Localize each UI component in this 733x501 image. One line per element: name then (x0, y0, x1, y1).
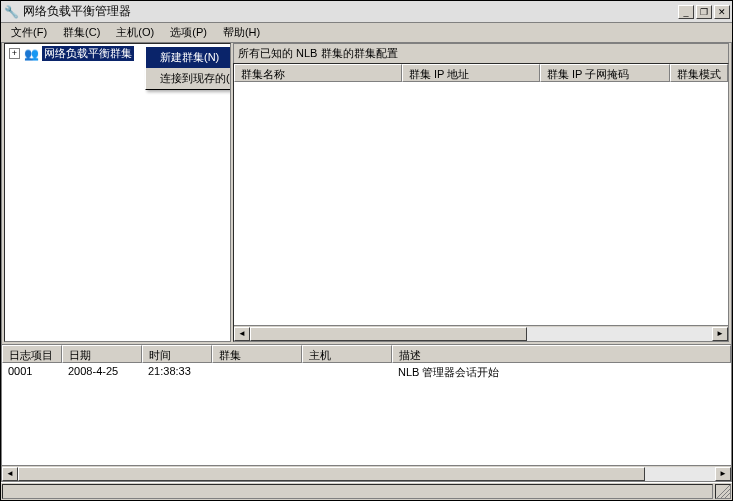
main-content: + 👥 网络负载平衡群集 新建群集(N) 连接到现存的(C) 所有已知的 NLB… (1, 43, 732, 345)
resize-grip[interactable] (715, 484, 731, 499)
col-log-entry[interactable]: 日志项目 (2, 345, 62, 363)
menu-file[interactable]: 文件(F) (3, 23, 55, 42)
log-hscroll[interactable]: ◄ ► (2, 465, 731, 481)
scroll-right-icon[interactable]: ► (715, 467, 731, 481)
scroll-track[interactable] (18, 467, 715, 481)
col-cluster-mask[interactable]: 群集 IP 子网掩码 (540, 64, 670, 82)
scroll-left-icon[interactable]: ◄ (2, 467, 18, 481)
right-header-label: 所有已知的 NLB 群集的群集配置 (233, 43, 729, 63)
status-cell (2, 484, 713, 499)
scroll-right-icon[interactable]: ► (712, 327, 728, 341)
scroll-thumb[interactable] (250, 327, 527, 341)
cluster-column-headers: 群集名称 群集 IP 地址 群集 IP 子网掩码 群集模式 (234, 64, 728, 82)
log-cell-entry: 0001 (2, 364, 62, 381)
log-row[interactable]: 0001 2008-4-25 21:38:33 NLB 管理器会话开始 (2, 363, 731, 382)
menubar: 文件(F) 群集(C) 主机(O) 选项(P) 帮助(H) (1, 23, 732, 43)
scroll-left-icon[interactable]: ◄ (234, 327, 250, 341)
col-cluster-mode[interactable]: 群集模式 (670, 64, 728, 82)
close-button[interactable]: ✕ (714, 5, 730, 19)
statusbar (1, 482, 732, 500)
log-cell-time: 21:38:33 (142, 364, 212, 381)
scroll-track[interactable] (250, 327, 712, 341)
menu-options[interactable]: 选项(P) (162, 23, 215, 42)
col-cluster-ip[interactable]: 群集 IP 地址 (402, 64, 540, 82)
context-new-cluster[interactable]: 新建群集(N) (146, 47, 231, 68)
log-column-headers: 日志项目 日期 时间 群集 主机 描述 (2, 345, 731, 363)
context-connect-existing[interactable]: 连接到现存的(C) (146, 68, 231, 89)
right-pane: 所有已知的 NLB 群集的群集配置 群集名称 群集 IP 地址 群集 IP 子网… (233, 43, 729, 342)
col-log-cluster[interactable]: 群集 (212, 345, 302, 363)
col-cluster-name[interactable]: 群集名称 (234, 64, 402, 82)
log-body: 0001 2008-4-25 21:38:33 NLB 管理器会话开始 (2, 363, 731, 465)
tree-root-label: 网络负载平衡群集 (42, 46, 134, 61)
log-cell-desc: NLB 管理器会话开始 (392, 364, 731, 381)
col-log-host[interactable]: 主机 (302, 345, 392, 363)
menu-help[interactable]: 帮助(H) (215, 23, 268, 42)
log-cell-host (302, 364, 392, 381)
restore-button[interactable]: ❐ (696, 5, 712, 19)
window-title: 网络负载平衡管理器 (23, 3, 678, 20)
minimize-button[interactable]: _ (678, 5, 694, 19)
titlebar: 🔧 网络负载平衡管理器 _ ❐ ✕ (1, 1, 732, 23)
col-log-desc[interactable]: 描述 (392, 345, 731, 363)
app-icon: 🔧 (3, 4, 19, 20)
tree-expand-icon[interactable]: + (9, 48, 20, 59)
tree-pane: + 👥 网络负载平衡群集 新建群集(N) 连接到现存的(C) (4, 43, 231, 342)
menu-hosts[interactable]: 主机(O) (108, 23, 162, 42)
cluster-list: 群集名称 群集 IP 地址 群集 IP 子网掩码 群集模式 ◄ ► (233, 63, 729, 342)
log-pane: 日志项目 日期 时间 群集 主机 描述 0001 2008-4-25 21:38… (1, 345, 732, 482)
log-cell-date: 2008-4-25 (62, 364, 142, 381)
col-log-date[interactable]: 日期 (62, 345, 142, 363)
context-menu: 新建群集(N) 连接到现存的(C) (145, 46, 231, 90)
cluster-root-icon: 👥 (24, 47, 39, 61)
menu-clusters[interactable]: 群集(C) (55, 23, 108, 42)
col-log-time[interactable]: 时间 (142, 345, 212, 363)
log-cell-cluster (212, 364, 302, 381)
cluster-list-body (234, 82, 728, 325)
cluster-hscroll[interactable]: ◄ ► (234, 325, 728, 341)
scroll-thumb[interactable] (18, 467, 645, 481)
